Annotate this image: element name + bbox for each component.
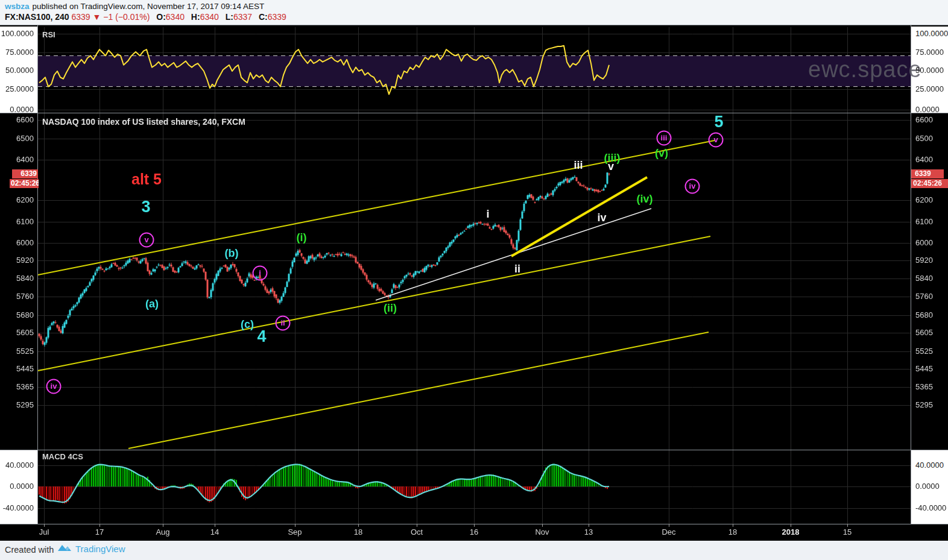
wave-label-5[interactable]: 5 <box>714 113 723 131</box>
price-scale-label: 5760 <box>0 292 34 301</box>
price-scale-label: 5680 <box>915 310 933 320</box>
open-value: 6340 <box>166 12 185 22</box>
wave-label-v[interactable]: (v) <box>655 147 668 160</box>
price-scale-label: 6000 <box>0 238 34 248</box>
wave-label-iii[interactable]: iii <box>574 159 583 172</box>
wave-label-iv[interactable]: (iv) <box>637 193 653 206</box>
wave-label-v[interactable]: v <box>139 233 154 248</box>
price-scale-label: 5680 <box>0 310 34 320</box>
macd-scale-label: -40.0000 <box>915 503 946 513</box>
wave-label-3[interactable]: 3 <box>141 198 150 216</box>
time-axis-label: 13 <box>584 527 593 536</box>
wave-label-ii[interactable]: ii <box>276 316 291 331</box>
time-axis-label: Oct <box>411 527 423 536</box>
price-badge-left: 6339 <box>12 169 38 178</box>
wave-label-i[interactable]: (i) <box>297 231 307 244</box>
publish-line: wsbzapublished on TradingView.com, Novem… <box>5 2 264 11</box>
chart-canvas[interactable] <box>0 25 948 541</box>
wave-label-iv[interactable]: iv <box>685 179 700 194</box>
tradingview-link[interactable]: TradingView <box>57 543 125 555</box>
low-label: L: <box>226 12 233 22</box>
rsi-scale-label: 100.0000 <box>915 29 948 39</box>
time-axis-label: 15 <box>843 527 852 536</box>
macd-scale-label: 40.0000 <box>915 461 944 470</box>
price-scale-label: 5295 <box>0 400 34 410</box>
wave-label-i[interactable]: i <box>253 266 268 281</box>
price-scale-label: 6200 <box>0 195 34 205</box>
price-scale-label: 5920 <box>915 256 933 265</box>
high-label: H: <box>191 12 200 22</box>
macd-scale-label: 0.0000 <box>915 482 940 491</box>
rsi-scale-label: 75.0000 <box>915 48 944 57</box>
time-axis-tick <box>358 524 359 527</box>
wave-label-c[interactable]: (c) <box>241 318 254 331</box>
price-scale-label: 5365 <box>0 382 34 392</box>
price-scale-label: 6600 <box>915 115 933 125</box>
countdown-badge-left: 02:45:26 <box>10 179 39 188</box>
main-macd-separator[interactable] <box>0 450 948 450</box>
time-axis-tick <box>791 524 791 527</box>
price-scale-label: 6500 <box>915 134 933 143</box>
wave-label-v[interactable]: v <box>608 160 614 173</box>
chart-frame: RSI NASDAQ 100 index of US listed shares… <box>0 25 948 541</box>
rsi-scale-label: 75.0000 <box>0 48 34 57</box>
author-link[interactable]: wsbza <box>5 2 30 11</box>
close-label: C: <box>259 12 268 22</box>
header: wsbzapublished on TradingView.com, Novem… <box>0 0 948 25</box>
time-axis-tick <box>542 524 543 527</box>
wave-label-iv[interactable]: iv <box>46 379 62 394</box>
right-scale-border <box>911 25 911 524</box>
close-value: 6339 <box>268 12 286 22</box>
rsi-pane-label: RSI <box>42 30 55 39</box>
rsi-main-separator[interactable] <box>0 113 948 113</box>
price-scale-label: 6600 <box>0 115 34 125</box>
price-scale-label: 6100 <box>0 217 34 227</box>
tradingview-logo-icon <box>57 543 72 555</box>
price-change: −1 (−0.01%) <box>103 12 150 22</box>
price-scale-label: 5920 <box>0 256 34 265</box>
chart-title: NASDAQ 100 index of US listed shares, 24… <box>42 117 245 127</box>
wave-label-ii[interactable]: ii <box>514 263 520 275</box>
high-value: 6340 <box>200 12 219 22</box>
rsi-scale-label: 25.0000 <box>0 84 34 94</box>
price-scale-label: 5840 <box>915 274 933 283</box>
price-scale-label: 5605 <box>0 328 34 338</box>
price-scale-label: 5445 <box>915 364 933 374</box>
macd-scale-label: -40.0000 <box>0 503 34 513</box>
rsi-scale-label: 25.0000 <box>915 84 944 94</box>
price-scale-label: 6400 <box>0 155 34 165</box>
time-axis-label: 18 <box>728 527 737 536</box>
time-axis-tick <box>44 524 45 527</box>
wave-label-i[interactable]: i <box>486 208 489 221</box>
price-scale-label: 5295 <box>915 400 933 410</box>
price-scale-label: 6100 <box>915 217 933 227</box>
wave-label-iv[interactable]: iv <box>597 212 606 224</box>
wave-label-v[interactable]: v <box>709 133 724 148</box>
rsi-scale-label: 0.0000 <box>0 105 34 115</box>
time-axis-label: 16 <box>470 527 478 536</box>
price-scale-label: 5605 <box>915 328 933 338</box>
wave-label-ii[interactable]: (ii) <box>384 302 397 315</box>
price-scale-label: 6200 <box>915 195 933 205</box>
countdown-badge-right: 02:45:26 <box>911 179 948 188</box>
last-price: 6339 <box>72 12 90 22</box>
time-axis-tick <box>669 524 669 527</box>
rsi-scale-label: 0.0000 <box>915 105 940 115</box>
price-scale-label: 5525 <box>0 347 34 356</box>
time-axis-label: 18 <box>354 527 362 536</box>
wave-label-iii[interactable]: iii <box>657 131 672 146</box>
rsi-scale-label: 100.0000 <box>0 29 34 39</box>
price-scale-label: 6400 <box>915 155 933 165</box>
symbol-name: FX:NAS100, 240 <box>5 12 69 22</box>
wave-label-4[interactable]: 4 <box>257 327 266 346</box>
time-axis-label: 17 <box>95 527 104 536</box>
price-scale-label: 5445 <box>0 364 34 374</box>
wave-label-b[interactable]: (b) <box>225 247 239 260</box>
rsi-scale-label: 50.0000 <box>0 66 34 75</box>
price-scale-label: 6000 <box>915 238 933 248</box>
time-axis-tick <box>163 524 163 527</box>
macd-scale-label: 40.0000 <box>0 461 34 470</box>
wave-label-a[interactable]: (a) <box>145 298 159 310</box>
wave-label-alt5[interactable]: alt 5 <box>131 171 162 188</box>
low-value: 6337 <box>233 12 252 22</box>
